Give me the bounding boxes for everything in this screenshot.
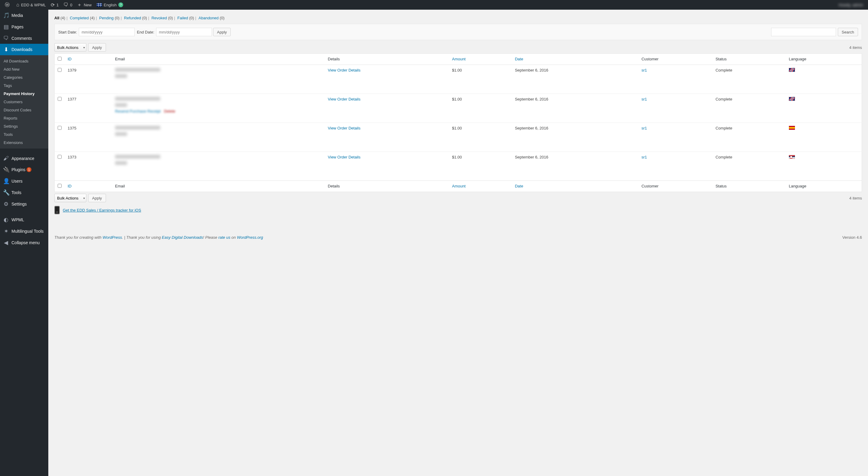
cell-amount: $1.00 (449, 123, 512, 152)
customer-link[interactable]: sr1 (642, 97, 647, 101)
apply-bulk-button-bottom[interactable]: Apply (88, 194, 106, 202)
submenu-payment-history[interactable]: Payment History (0, 90, 48, 98)
sidebar-item-pages[interactable]: ▤Pages (0, 21, 48, 33)
sidebar-item-users[interactable]: 👤Users (0, 176, 48, 187)
bulk-actions-select-bottom[interactable]: Bulk Actions (54, 194, 86, 202)
filter-abandoned[interactable]: Abandoned (199, 16, 219, 20)
collapse-menu[interactable]: ◀Collapse menu (0, 237, 48, 248)
sidebar-item-downloads[interactable]: ⬇Downloads (0, 44, 48, 55)
comments-link[interactable]: 🗨0 (61, 0, 74, 10)
cell-date: September 6, 2016 (512, 152, 638, 181)
column-amount[interactable]: Amount (452, 57, 466, 61)
submenu-tools[interactable]: Tools (0, 130, 48, 138)
submenu-discount-codes[interactable]: Discount Codes (0, 106, 48, 114)
sidebar-item-media[interactable]: 🎵Media (0, 10, 48, 21)
filter-completed[interactable]: Completed (70, 16, 89, 20)
bulk-actions-select[interactable]: Bulk Actions (54, 43, 86, 52)
resend-link[interactable]: Resend Purchase Receipt (115, 109, 161, 114)
sidebar-item-settings[interactable]: ⚙Settings (0, 198, 48, 210)
media-icon: 🎵 (3, 12, 9, 19)
customer-link[interactable]: sr1 (642, 68, 647, 72)
column-id[interactable]: ID (68, 57, 71, 61)
column-id-footer[interactable]: ID (68, 184, 71, 188)
delete-link[interactable]: Delete (164, 109, 176, 114)
column-status: Status (713, 54, 786, 65)
lang-label: English (104, 3, 117, 7)
select-all-checkbox-footer[interactable] (58, 184, 62, 188)
site-title: EDD & WPML (21, 3, 46, 7)
sidebar-item-plugins[interactable]: 🔌Plugins1 (0, 164, 48, 176)
column-language-footer: Language (786, 181, 862, 192)
submenu-categories[interactable]: Categories (0, 73, 48, 82)
submenu-customers[interactable]: Customers (0, 98, 48, 106)
sidebar-item-multilingual-tools[interactable]: ✶Multilingual Tools (0, 225, 48, 237)
search-button[interactable]: Search (838, 28, 858, 36)
sidebar-item-wpml[interactable]: ◐WPML (0, 214, 48, 225)
items-count-bottom: 4 items (849, 196, 862, 200)
user-menu[interactable]: Howdy, admin (839, 3, 866, 7)
comment-icon: 🗨 (3, 35, 9, 41)
sidebar-item-appearance[interactable]: 🖌Appearance (0, 153, 48, 164)
row-checkbox[interactable] (58, 97, 62, 101)
payments-table: ID Email Details Amount Date Customer St… (54, 54, 862, 192)
row-checkbox[interactable] (58, 155, 62, 159)
view-order-details-link[interactable]: View Order Details (328, 126, 361, 130)
language-switcher[interactable]: English? (94, 0, 126, 10)
cell-customer: sr1 (639, 152, 713, 181)
column-customer-footer: Customer (639, 181, 713, 192)
comment-count: 0 (70, 3, 72, 7)
sidebar-item-tools[interactable]: 🔧Tools (0, 187, 48, 198)
submenu-add-new[interactable]: Add New (0, 65, 48, 73)
submenu-reports[interactable]: Reports (0, 114, 48, 122)
page-icon: ▤ (3, 24, 9, 30)
customer-link[interactable]: sr1 (642, 126, 647, 130)
submenu-extensions[interactable]: Extensions (0, 138, 48, 147)
submenu-settings[interactable]: Settings (0, 122, 48, 130)
sidebar-item-comments[interactable]: 🗨Comments (0, 33, 48, 44)
end-date-input[interactable] (156, 28, 212, 36)
view-order-details-link[interactable]: View Order Details (328, 155, 361, 159)
cell-date: September 6, 2016 (512, 65, 638, 94)
apply-date-filter-button[interactable]: Apply (213, 28, 231, 36)
home-icon: ⌂ (16, 2, 19, 7)
filter-refunded[interactable]: Refunded (124, 16, 141, 20)
row-checkbox[interactable] (58, 68, 62, 72)
view-order-details-link[interactable]: View Order Details (328, 68, 361, 72)
filter-failed[interactable]: Failed (178, 16, 188, 20)
refresh-icon: ⟳ (51, 2, 55, 8)
wp-logo[interactable]: ⓦ (2, 0, 14, 10)
edd-link[interactable]: Easy Digital Downloads (162, 235, 203, 240)
cell-amount: $1.00 (449, 94, 512, 123)
wordpress-link[interactable]: WordPress (103, 235, 122, 240)
updates-link[interactable]: ⟳1 (48, 0, 61, 10)
filter-all[interactable]: All (54, 16, 60, 20)
view-order-details-link[interactable]: View Order Details (328, 97, 361, 101)
column-email: Email (112, 54, 325, 65)
new-content-link[interactable]: ＋New (74, 0, 94, 10)
column-date-footer[interactable]: Date (515, 184, 523, 188)
start-date-input[interactable] (79, 28, 135, 36)
filter-revoked[interactable]: Revoked (152, 16, 167, 20)
submenu-tags[interactable]: Tags (0, 82, 48, 90)
ios-promo-link[interactable]: Get the EDD Sales / Earnings tracker for… (63, 208, 141, 213)
wordpress-icon: ⓦ (5, 2, 10, 8)
filter-pending[interactable]: Pending (99, 16, 114, 20)
submenu-all-downloads[interactable]: All Downloads (0, 57, 48, 65)
site-name-link[interactable]: ⌂EDD & WPML (14, 0, 48, 10)
admin-sidebar: 🎵Media ▤Pages 🗨Comments ⬇Downloads All D… (0, 10, 48, 476)
column-date[interactable]: Date (515, 57, 523, 61)
rate-us-link[interactable]: rate us (218, 235, 230, 240)
row-checkbox[interactable] (58, 126, 62, 130)
cell-id: 1379 (65, 65, 112, 94)
flag-icon (789, 97, 795, 101)
column-details-footer: Details (325, 181, 449, 192)
wporg-link[interactable]: WordPress.org (237, 235, 263, 240)
customer-link[interactable]: sr1 (642, 155, 647, 159)
comment-icon: 🗨 (63, 2, 68, 7)
tablenav-top: Bulk Actions Apply 4 items (54, 43, 862, 52)
search-input[interactable] (771, 28, 836, 36)
apply-bulk-button[interactable]: Apply (88, 43, 106, 52)
select-all-checkbox[interactable] (58, 57, 62, 61)
column-amount-footer[interactable]: Amount (452, 184, 466, 188)
sidebar-item-label: Tools (11, 190, 22, 195)
